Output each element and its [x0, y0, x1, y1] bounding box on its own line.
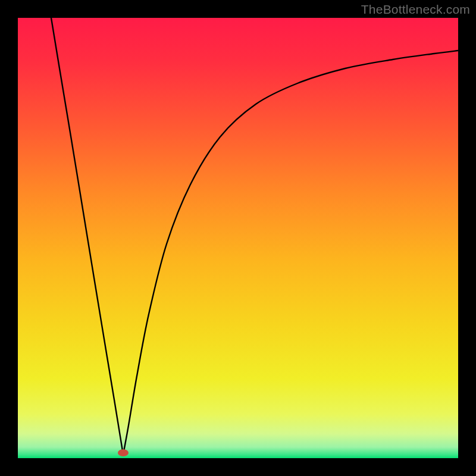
plot-svg [18, 18, 458, 458]
watermark-text: TheBottleneck.com [361, 2, 470, 17]
gradient-background [18, 18, 458, 458]
plot-area [18, 18, 458, 458]
minimum-marker [118, 449, 129, 456]
chart-frame: TheBottleneck.com [0, 0, 476, 476]
